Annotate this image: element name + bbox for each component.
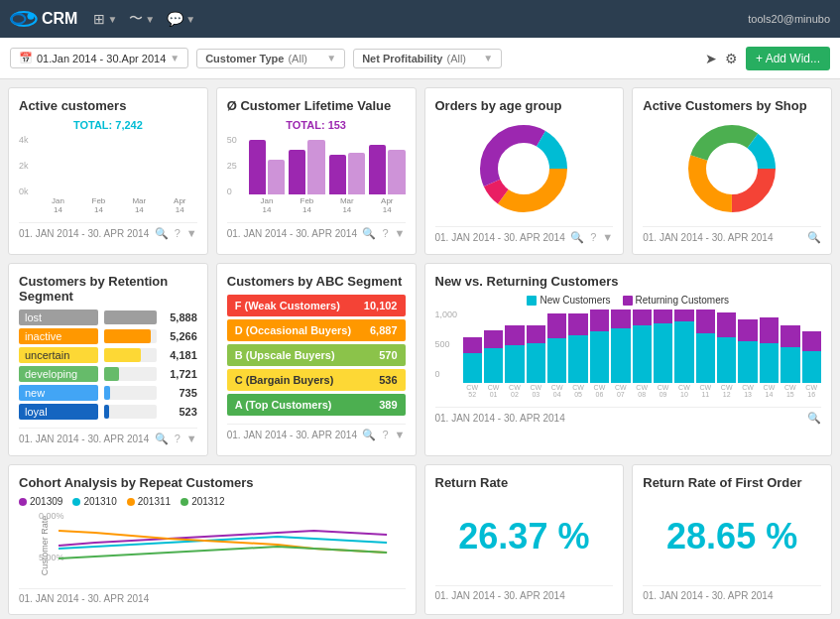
segment-bar-lost: [104, 310, 157, 324]
abc-filter-icon[interactable]: ▼: [395, 429, 406, 441]
abc-title: Customers by ABC Segment: [227, 274, 406, 289]
nvr-legend: New Customers Returning Customers: [435, 295, 822, 306]
ret-zoom-icon[interactable]: 🔍: [155, 433, 169, 445]
customer-lifetime-title: Ø Customer Lifetime Value: [227, 98, 406, 113]
settings-button[interactable]: ⚙: [725, 51, 738, 66]
abc-value-b: 570: [379, 349, 397, 361]
active-by-shop-title: Active Customers by Shop: [643, 98, 821, 113]
segment-bar-developing: [104, 367, 157, 381]
ret-help-icon[interactable]: ?: [175, 433, 180, 445]
nvr-zoom-icon[interactable]: 🔍: [807, 412, 821, 425]
add-widget-button[interactable]: + Add Wid...: [746, 47, 830, 70]
clv-help-icon[interactable]: ?: [382, 227, 388, 240]
cohort-label-201309: 201309: [30, 496, 62, 507]
retention-title: Customers by Retention Segment: [19, 274, 197, 304]
cohort-date: 01. JAN 2014 - 30. APR 2014: [19, 593, 149, 604]
segment-row-loyal: loyal 523: [19, 404, 197, 420]
segment-label-new: new: [19, 385, 98, 401]
orders-by-age-title: Orders by age group: [435, 98, 614, 113]
segment-label-lost: lost: [19, 310, 98, 325]
active-customers-date: 01. JAN 2014 - 30. APR 2014: [19, 228, 149, 239]
bar-mar: Mar14: [122, 194, 157, 214]
zoom-icon[interactable]: 🔍: [155, 227, 169, 240]
abc-row-a: A (Top Customers) 389: [227, 394, 406, 416]
nvr-x-cw16: CW16: [805, 384, 817, 399]
svg-point-2: [28, 13, 35, 20]
y-label-4k: 4k: [19, 135, 29, 145]
oba-help-icon[interactable]: ?: [590, 231, 596, 244]
abs-zoom-icon[interactable]: 🔍: [807, 231, 821, 244]
return-rate-first-value: 28.65 %: [643, 496, 821, 577]
cohort-legend-201309: 201309: [19, 496, 62, 507]
share-button[interactable]: ➤: [705, 51, 717, 66]
chart-nav-icon[interactable]: 〜 ▼: [129, 10, 155, 28]
segment-row-developing: developing 1,721: [19, 366, 197, 382]
abc-table: F (Weak Customers) 10,102 D (Occasional …: [227, 295, 406, 416]
return-rate-first-widget: Return Rate of First Order 28.65 % 01. J…: [632, 464, 832, 615]
net-profitability-label: Net Profitability: [362, 53, 442, 64]
nvr-bar-11: CW10: [674, 310, 693, 399]
segment-value-new: 735: [163, 387, 197, 399]
cohort-chart-container: Customer Rate 0.00% 5.00%: [19, 511, 406, 580]
filter-icon[interactable]: ▼: [186, 227, 197, 240]
retention-footer: 01. JAN 2014 - 30. APR 2014 🔍 ? ▼: [19, 428, 197, 445]
active-by-shop-footer: 01. JAN 2014 - 30. APR 2014 🔍: [643, 226, 821, 244]
segment-value-inactive: 5,266: [163, 330, 197, 342]
svg-point-7: [499, 144, 548, 193]
nvr-bar-5: CW04: [547, 313, 566, 399]
nvr-bar-6: CW05: [568, 313, 587, 399]
nvr-y-0: 0: [435, 369, 458, 379]
return-rate-first-footer: 01. JAN 2014 - 30. APR 2014: [643, 585, 821, 601]
nvr-bar-16: CW15: [780, 325, 799, 399]
legend-new-label: New Customers: [540, 295, 610, 306]
clv-bar-jan: Jan14: [249, 140, 285, 214]
nvr-x-cw12: CW12: [721, 384, 733, 399]
abc-label-d: D (Occasional Buyers): [235, 324, 351, 336]
nvr-bars: CW52 CW01 CW02: [463, 310, 822, 399]
nvr-bar-17: CW16: [802, 331, 821, 399]
customer-lifetime-total: TOTAL: 153: [227, 119, 406, 131]
grid-nav-icon[interactable]: ⊞ ▼: [93, 10, 117, 28]
date-range-filter[interactable]: 📅 01.Jan 2014 - 30.Apr 2014 ▼: [10, 48, 188, 68]
abc-date: 01. JAN 2014 - 30. APR 2014: [227, 430, 357, 440]
nvr-x-cw08: CW08: [636, 384, 648, 399]
filterbar-actions: ➤ ⚙ + Add Wid...: [705, 47, 830, 70]
clv-bar-mar: Mar14: [329, 153, 365, 214]
return-rate-widget: Return Rate 26.37 % 01. JAN 2014 - 30. A…: [424, 464, 625, 615]
nvr-date: 01. JAN 2014 - 30. APR 2014: [435, 413, 565, 424]
abs-footer-icons: 🔍: [807, 231, 821, 244]
svg-point-1: [11, 14, 25, 24]
return-rate-title: Return Rate: [435, 475, 614, 490]
clv-footer: 01. JAN 2014 - 30. APR 2014 🔍 ? ▼: [227, 222, 406, 240]
segment-label-inactive: inactive: [19, 328, 98, 344]
ret-footer-icons: 🔍 ? ▼: [155, 433, 197, 445]
help-icon[interactable]: ?: [175, 227, 180, 240]
segment-row-new: new 735: [19, 385, 197, 401]
chat-nav-icon[interactable]: 💬 ▼: [167, 10, 195, 28]
nvr-bar-13: CW12: [717, 312, 736, 399]
oba-zoom-icon[interactable]: 🔍: [570, 231, 584, 244]
retention-segment-widget: Customers by Retention Segment lost 5,88…: [8, 263, 208, 456]
logo[interactable]: CRM: [10, 9, 77, 29]
nvr-footer: 01. JAN 2014 - 30. APR 2014 🔍: [435, 407, 822, 425]
abc-help-icon[interactable]: ?: [382, 429, 388, 441]
bar-jan-label: Jan14: [52, 196, 64, 214]
segment-value-loyal: 523: [163, 406, 197, 418]
orders-donut-svg: [474, 119, 573, 218]
clv-filter-icon[interactable]: ▼: [395, 227, 406, 240]
abc-zoom-icon[interactable]: 🔍: [362, 429, 376, 441]
net-profitability-filter[interactable]: Net Profitability (All) ▼: [353, 49, 502, 68]
segment-row-uncertain: uncertain 4,181: [19, 347, 197, 363]
active-customers-title: Active customers: [19, 98, 197, 113]
clv-zoom-icon[interactable]: 🔍: [362, 227, 376, 240]
nvr-chart-container: 1,000 500 0 CW52 CW01: [435, 310, 822, 399]
oba-filter-icon[interactable]: ▼: [602, 231, 613, 244]
ret-filter-icon[interactable]: ▼: [186, 433, 197, 445]
segment-bar-loyal: [104, 405, 157, 419]
abc-label-f: F (Weak Customers): [235, 300, 340, 311]
clv-y-25: 25: [227, 161, 237, 171]
legend-ret-dot: [623, 296, 633, 306]
abc-row-f: F (Weak Customers) 10,102: [227, 295, 406, 316]
customer-type-filter[interactable]: Customer Type (All) ▼: [196, 49, 345, 68]
cohort-legend-201310: 201310: [72, 496, 116, 507]
